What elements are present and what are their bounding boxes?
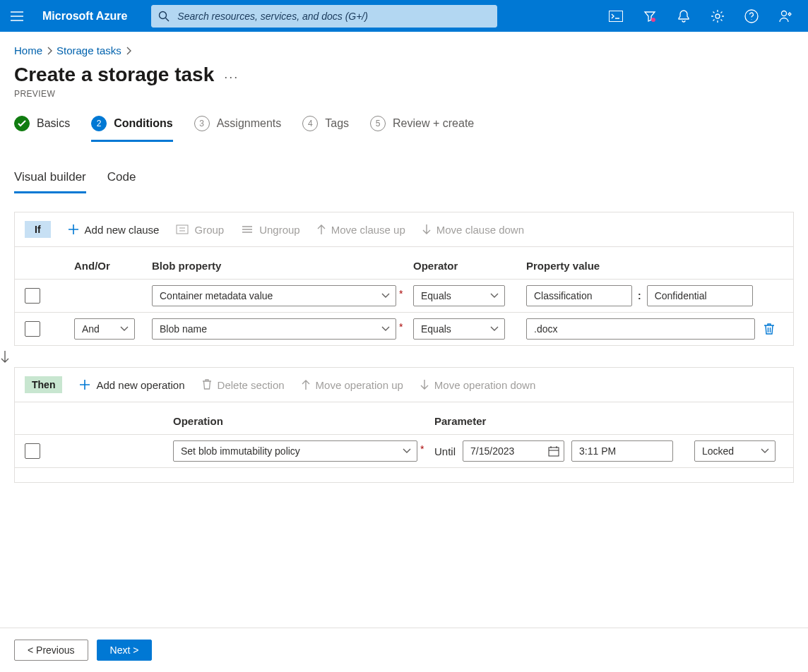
more-menu-icon[interactable]: ··· <box>224 66 239 85</box>
if-grid-header: And/Or Blob property Operator Property v… <box>15 247 793 279</box>
colon-separator: : <box>638 290 641 301</box>
step-assignments[interactable]: 3 Assignments <box>194 116 282 142</box>
col-parameter: Parameter <box>434 415 783 427</box>
step-tags[interactable]: 4 Tags <box>302 116 349 142</box>
next-button[interactable]: Next > <box>97 640 153 661</box>
col-operator: Operator <box>413 260 526 272</box>
step-basics[interactable]: Basics <box>14 116 70 142</box>
notifications-icon[interactable] <box>667 0 701 32</box>
if-toolbar: If Add new clause Group Ungroup Move cla… <box>15 212 793 247</box>
required-asterisk: * <box>399 318 403 332</box>
blob-property-select[interactable]: Blob name <box>152 318 396 340</box>
global-search[interactable] <box>151 5 497 28</box>
then-section: Then Add new operation Delete section Mo… <box>14 367 794 483</box>
operation-row: Set blob immutability policy * Until 7/1… <box>15 434 793 467</box>
chevron-right-icon <box>47 47 52 55</box>
move-clause-up-button: Move clause up <box>317 224 405 236</box>
move-operation-up-button: Move operation up <box>302 379 403 391</box>
add-operation-button[interactable]: Add new operation <box>79 379 184 391</box>
blob-property-select[interactable]: Container metadata value <box>152 285 396 306</box>
col-blob-property: Blob property <box>152 260 413 272</box>
value-val-input[interactable]: Confidential <box>647 285 753 306</box>
chevron-down-icon <box>490 293 499 299</box>
page-subtitle: PREVIEW <box>0 86 808 116</box>
breadcrumb-home[interactable]: Home <box>14 44 42 56</box>
row-checkbox[interactable] <box>25 321 40 337</box>
search-icon <box>158 11 170 22</box>
value-input[interactable]: .docx <box>526 318 755 340</box>
if-tag: If <box>25 221 51 238</box>
chevron-down-icon <box>761 448 769 454</box>
row-checkbox[interactable] <box>25 443 40 459</box>
brand-label: Microsoft Azure <box>42 10 127 23</box>
tab-visual-builder[interactable]: Visual builder <box>14 170 86 193</box>
chevron-down-icon <box>120 326 129 332</box>
then-toolbar: Then Add new operation Delete section Mo… <box>15 368 793 402</box>
col-property-value: Property value <box>526 260 755 272</box>
step-conditions[interactable]: 2 Conditions <box>91 116 173 142</box>
if-section: If Add new clause Group Ungroup Move cla… <box>14 212 794 346</box>
svg-rect-1 <box>610 11 623 21</box>
wizard-footer: < Previous Next > <box>0 628 808 672</box>
delete-row-icon[interactable] <box>755 323 783 335</box>
search-input[interactable] <box>151 5 497 28</box>
then-grid-header: Operation Parameter <box>15 402 793 434</box>
required-asterisk: * <box>399 285 403 299</box>
chevron-right-icon <box>126 47 131 55</box>
hamburger-menu-icon[interactable] <box>6 5 28 28</box>
cloud-shell-icon[interactable] <box>599 0 633 32</box>
help-icon[interactable] <box>735 0 768 32</box>
delete-section-button: Delete section <box>202 379 285 391</box>
arrow-down-icon <box>0 346 808 367</box>
filter-icon[interactable] <box>633 0 667 32</box>
row-checkbox[interactable] <box>25 288 40 304</box>
step-number: 2 <box>91 116 107 131</box>
azure-topbar: Microsoft Azure <box>0 0 808 32</box>
svg-point-3 <box>715 14 720 18</box>
operator-select[interactable]: Equals <box>413 285 505 306</box>
svg-point-5 <box>782 11 787 16</box>
operation-select[interactable]: Set blob immutability policy <box>173 440 417 462</box>
ungroup-button: Ungroup <box>241 224 300 236</box>
chevron-down-icon <box>381 326 390 332</box>
and-or-select[interactable]: And <box>74 318 135 340</box>
svg-point-0 <box>160 11 167 18</box>
operator-select[interactable]: Equals <box>413 318 505 340</box>
value-key-input[interactable]: Classification <box>526 285 632 306</box>
svg-point-2 <box>651 18 655 22</box>
chevron-down-icon <box>403 448 411 454</box>
required-asterisk: * <box>420 440 424 455</box>
step-number: 4 <box>302 116 318 131</box>
chevron-down-icon <box>490 326 499 332</box>
step-number: 3 <box>194 116 210 131</box>
step-number: 5 <box>370 116 386 131</box>
check-icon <box>14 116 30 131</box>
date-input[interactable]: 7/15/2023 <box>463 440 564 462</box>
until-label: Until <box>434 445 456 457</box>
col-and-or: And/Or <box>74 260 152 272</box>
wizard-steps: Basics 2 Conditions 3 Assignments 4 Tags… <box>0 116 808 149</box>
col-operation: Operation <box>173 415 434 427</box>
calendar-icon[interactable] <box>548 445 559 457</box>
previous-button[interactable]: < Previous <box>14 640 88 661</box>
move-clause-down-button: Move clause down <box>422 224 524 236</box>
gear-icon[interactable] <box>701 0 735 32</box>
group-button: Group <box>176 224 224 236</box>
chevron-down-icon <box>381 293 390 299</box>
lock-state-select[interactable]: Locked <box>694 440 776 462</box>
clause-row: Container metadata value * Equals Classi… <box>15 279 793 312</box>
add-clause-button[interactable]: Add new clause <box>68 224 160 236</box>
page-title: Create a storage task <box>14 64 214 86</box>
feedback-icon[interactable] <box>768 0 802 32</box>
then-tag: Then <box>25 376 62 393</box>
breadcrumb: Home Storage tasks <box>0 32 808 59</box>
svg-rect-7 <box>549 448 559 456</box>
time-input[interactable]: 3:11 PM <box>571 440 673 462</box>
breadcrumb-storage-tasks[interactable]: Storage tasks <box>57 44 121 56</box>
svg-rect-6 <box>177 225 188 234</box>
builder-tabs: Visual builder Code <box>0 149 808 193</box>
move-operation-down-button: Move operation down <box>420 379 535 391</box>
tab-code[interactable]: Code <box>107 170 136 193</box>
step-review-create[interactable]: 5 Review + create <box>370 116 474 142</box>
clause-row: And Blob name * Equals <box>15 312 793 345</box>
